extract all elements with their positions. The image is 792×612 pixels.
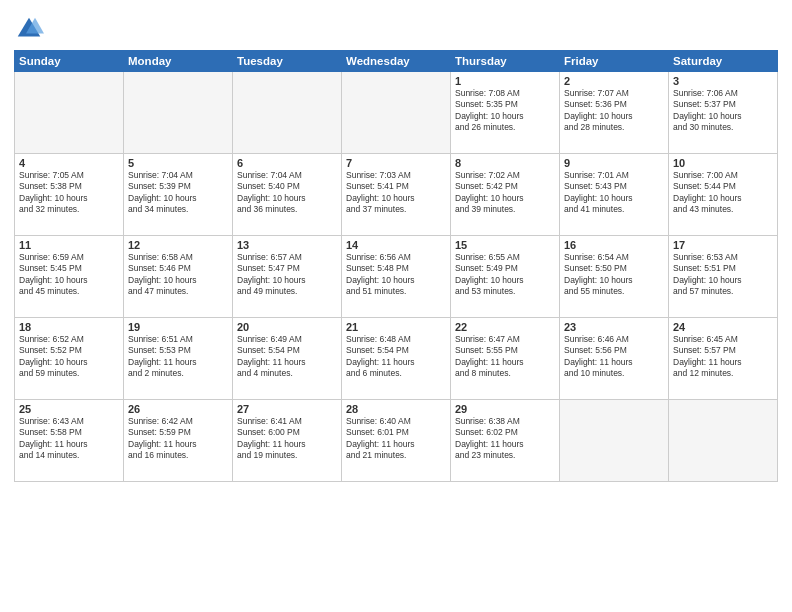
day-header-saturday: Saturday: [669, 51, 778, 72]
day-number: 29: [455, 403, 555, 415]
calendar-cell: 22Sunrise: 6:47 AM Sunset: 5:55 PM Dayli…: [451, 318, 560, 400]
calendar-cell: 9Sunrise: 7:01 AM Sunset: 5:43 PM Daylig…: [560, 154, 669, 236]
day-number: 2: [564, 75, 664, 87]
day-number: 14: [346, 239, 446, 251]
day-number: 8: [455, 157, 555, 169]
day-header-monday: Monday: [124, 51, 233, 72]
day-info: Sunrise: 7:07 AM Sunset: 5:36 PM Dayligh…: [564, 88, 664, 134]
calendar-week-row: 4Sunrise: 7:05 AM Sunset: 5:38 PM Daylig…: [15, 154, 778, 236]
day-info: Sunrise: 6:59 AM Sunset: 5:45 PM Dayligh…: [19, 252, 119, 298]
day-number: 25: [19, 403, 119, 415]
calendar-cell: 3Sunrise: 7:06 AM Sunset: 5:37 PM Daylig…: [669, 72, 778, 154]
day-info: Sunrise: 6:53 AM Sunset: 5:51 PM Dayligh…: [673, 252, 773, 298]
day-info: Sunrise: 6:41 AM Sunset: 6:00 PM Dayligh…: [237, 416, 337, 462]
calendar-cell: 23Sunrise: 6:46 AM Sunset: 5:56 PM Dayli…: [560, 318, 669, 400]
day-number: 16: [564, 239, 664, 251]
day-header-friday: Friday: [560, 51, 669, 72]
calendar-cell: 7Sunrise: 7:03 AM Sunset: 5:41 PM Daylig…: [342, 154, 451, 236]
day-number: 18: [19, 321, 119, 333]
day-number: 27: [237, 403, 337, 415]
calendar-cell: 10Sunrise: 7:00 AM Sunset: 5:44 PM Dayli…: [669, 154, 778, 236]
calendar-table: SundayMondayTuesdayWednesdayThursdayFrid…: [14, 50, 778, 482]
day-header-sunday: Sunday: [15, 51, 124, 72]
calendar-cell: [342, 72, 451, 154]
calendar-cell: 24Sunrise: 6:45 AM Sunset: 5:57 PM Dayli…: [669, 318, 778, 400]
day-header-thursday: Thursday: [451, 51, 560, 72]
day-info: Sunrise: 7:08 AM Sunset: 5:35 PM Dayligh…: [455, 88, 555, 134]
day-number: 15: [455, 239, 555, 251]
calendar-cell: 2Sunrise: 7:07 AM Sunset: 5:36 PM Daylig…: [560, 72, 669, 154]
logo-icon: [14, 14, 44, 44]
day-info: Sunrise: 7:04 AM Sunset: 5:40 PM Dayligh…: [237, 170, 337, 216]
calendar-cell: 17Sunrise: 6:53 AM Sunset: 5:51 PM Dayli…: [669, 236, 778, 318]
calendar-cell: 15Sunrise: 6:55 AM Sunset: 5:49 PM Dayli…: [451, 236, 560, 318]
day-info: Sunrise: 7:06 AM Sunset: 5:37 PM Dayligh…: [673, 88, 773, 134]
calendar-week-row: 18Sunrise: 6:52 AM Sunset: 5:52 PM Dayli…: [15, 318, 778, 400]
calendar-cell: [669, 400, 778, 482]
day-header-wednesday: Wednesday: [342, 51, 451, 72]
day-info: Sunrise: 7:04 AM Sunset: 5:39 PM Dayligh…: [128, 170, 228, 216]
day-number: 10: [673, 157, 773, 169]
calendar-cell: [560, 400, 669, 482]
calendar-cell: 16Sunrise: 6:54 AM Sunset: 5:50 PM Dayli…: [560, 236, 669, 318]
calendar-cell: [124, 72, 233, 154]
calendar-cell: 1Sunrise: 7:08 AM Sunset: 5:35 PM Daylig…: [451, 72, 560, 154]
day-info: Sunrise: 6:56 AM Sunset: 5:48 PM Dayligh…: [346, 252, 446, 298]
calendar-cell: [15, 72, 124, 154]
day-info: Sunrise: 7:02 AM Sunset: 5:42 PM Dayligh…: [455, 170, 555, 216]
day-info: Sunrise: 6:52 AM Sunset: 5:52 PM Dayligh…: [19, 334, 119, 380]
day-number: 24: [673, 321, 773, 333]
day-info: Sunrise: 6:47 AM Sunset: 5:55 PM Dayligh…: [455, 334, 555, 380]
day-number: 12: [128, 239, 228, 251]
calendar-cell: 19Sunrise: 6:51 AM Sunset: 5:53 PM Dayli…: [124, 318, 233, 400]
day-info: Sunrise: 7:00 AM Sunset: 5:44 PM Dayligh…: [673, 170, 773, 216]
day-number: 21: [346, 321, 446, 333]
day-number: 28: [346, 403, 446, 415]
day-info: Sunrise: 6:51 AM Sunset: 5:53 PM Dayligh…: [128, 334, 228, 380]
calendar-cell: 25Sunrise: 6:43 AM Sunset: 5:58 PM Dayli…: [15, 400, 124, 482]
header: [14, 10, 778, 44]
calendar-cell: 11Sunrise: 6:59 AM Sunset: 5:45 PM Dayli…: [15, 236, 124, 318]
day-info: Sunrise: 6:57 AM Sunset: 5:47 PM Dayligh…: [237, 252, 337, 298]
day-info: Sunrise: 6:43 AM Sunset: 5:58 PM Dayligh…: [19, 416, 119, 462]
day-number: 20: [237, 321, 337, 333]
main-container: SundayMondayTuesdayWednesdayThursdayFrid…: [0, 0, 792, 612]
calendar-header-row: SundayMondayTuesdayWednesdayThursdayFrid…: [15, 51, 778, 72]
day-number: 17: [673, 239, 773, 251]
calendar-cell: 21Sunrise: 6:48 AM Sunset: 5:54 PM Dayli…: [342, 318, 451, 400]
day-info: Sunrise: 7:01 AM Sunset: 5:43 PM Dayligh…: [564, 170, 664, 216]
day-info: Sunrise: 6:48 AM Sunset: 5:54 PM Dayligh…: [346, 334, 446, 380]
day-info: Sunrise: 6:55 AM Sunset: 5:49 PM Dayligh…: [455, 252, 555, 298]
day-info: Sunrise: 6:38 AM Sunset: 6:02 PM Dayligh…: [455, 416, 555, 462]
calendar-cell: 14Sunrise: 6:56 AM Sunset: 5:48 PM Dayli…: [342, 236, 451, 318]
day-info: Sunrise: 6:40 AM Sunset: 6:01 PM Dayligh…: [346, 416, 446, 462]
calendar-cell: 20Sunrise: 6:49 AM Sunset: 5:54 PM Dayli…: [233, 318, 342, 400]
calendar-cell: 26Sunrise: 6:42 AM Sunset: 5:59 PM Dayli…: [124, 400, 233, 482]
calendar-cell: 13Sunrise: 6:57 AM Sunset: 5:47 PM Dayli…: [233, 236, 342, 318]
calendar-cell: 12Sunrise: 6:58 AM Sunset: 5:46 PM Dayli…: [124, 236, 233, 318]
day-info: Sunrise: 6:54 AM Sunset: 5:50 PM Dayligh…: [564, 252, 664, 298]
day-header-tuesday: Tuesday: [233, 51, 342, 72]
day-number: 6: [237, 157, 337, 169]
calendar-cell: 8Sunrise: 7:02 AM Sunset: 5:42 PM Daylig…: [451, 154, 560, 236]
day-number: 4: [19, 157, 119, 169]
calendar-cell: 4Sunrise: 7:05 AM Sunset: 5:38 PM Daylig…: [15, 154, 124, 236]
day-number: 22: [455, 321, 555, 333]
day-number: 13: [237, 239, 337, 251]
day-info: Sunrise: 6:42 AM Sunset: 5:59 PM Dayligh…: [128, 416, 228, 462]
calendar-cell: [233, 72, 342, 154]
calendar-week-row: 25Sunrise: 6:43 AM Sunset: 5:58 PM Dayli…: [15, 400, 778, 482]
day-number: 23: [564, 321, 664, 333]
day-number: 11: [19, 239, 119, 251]
calendar-cell: 29Sunrise: 6:38 AM Sunset: 6:02 PM Dayli…: [451, 400, 560, 482]
day-info: Sunrise: 6:58 AM Sunset: 5:46 PM Dayligh…: [128, 252, 228, 298]
day-number: 26: [128, 403, 228, 415]
day-number: 7: [346, 157, 446, 169]
calendar-cell: 28Sunrise: 6:40 AM Sunset: 6:01 PM Dayli…: [342, 400, 451, 482]
calendar-cell: 6Sunrise: 7:04 AM Sunset: 5:40 PM Daylig…: [233, 154, 342, 236]
day-number: 5: [128, 157, 228, 169]
calendar-week-row: 11Sunrise: 6:59 AM Sunset: 5:45 PM Dayli…: [15, 236, 778, 318]
day-number: 3: [673, 75, 773, 87]
day-info: Sunrise: 6:46 AM Sunset: 5:56 PM Dayligh…: [564, 334, 664, 380]
day-info: Sunrise: 6:45 AM Sunset: 5:57 PM Dayligh…: [673, 334, 773, 380]
